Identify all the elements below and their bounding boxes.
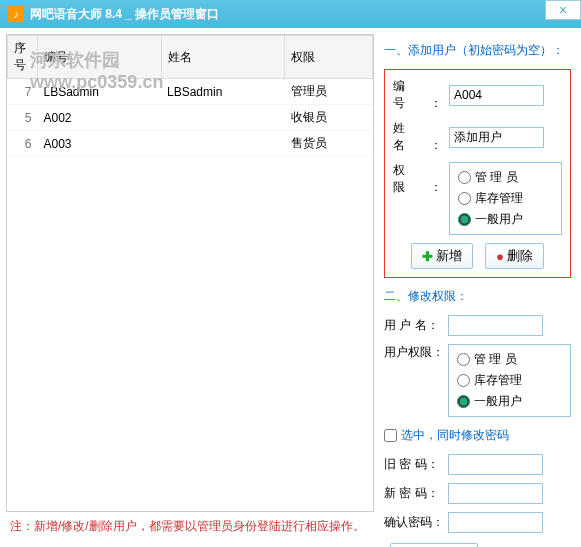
minus-icon: ● — [496, 249, 504, 264]
mod-box: 用 户 名： 用户权限： 管 理 员 库存管理 一般用户 — [384, 315, 571, 417]
add-role-group: 管 理 员 库存管理 一般用户 — [449, 162, 562, 235]
table-row[interactable]: 6A003售货员 — [8, 131, 373, 157]
col-id: 编号 — [38, 36, 162, 79]
change-pwd-checkbox[interactable] — [384, 429, 397, 442]
newpwd-input[interactable] — [448, 483, 543, 504]
table-row[interactable]: 7LBSadminLBSadmin管理员 — [8, 79, 373, 105]
col-role: 权限 — [285, 36, 373, 79]
add-title: 一、添加用户（初始密码为空）： — [384, 42, 571, 59]
role-label: 权 限： — [393, 162, 443, 196]
add-user-box: 编 号： 姓 名： 权 限： 管 理 员 库存管理 一般用户 ✚新增 ●删除 — [384, 69, 571, 278]
plus-icon: ✚ — [422, 249, 433, 264]
titlebar: ♪ 网吧语音大师 8.4 _ 操作员管理窗口 × — [0, 0, 581, 28]
col-seq: 序号 — [8, 36, 38, 79]
close-button[interactable]: × — [545, 0, 581, 20]
username-label: 用 户 名： — [384, 317, 444, 334]
col-name: 姓名 — [161, 36, 285, 79]
oldpwd-label: 旧 密 码： — [384, 456, 444, 473]
radio-stock-2[interactable]: 库存管理 — [457, 372, 562, 389]
radio-normal-2[interactable]: 一般用户 — [457, 393, 562, 410]
radio-normal[interactable]: 一般用户 — [458, 211, 553, 228]
username-input[interactable] — [448, 315, 543, 336]
mod-title: 二、修改权限： — [384, 288, 571, 305]
pwd-box: 旧 密 码： 新 密 码： 确认密码： — [384, 454, 571, 533]
id-input[interactable] — [449, 85, 544, 106]
table-row[interactable]: 5A002收银员 — [8, 105, 373, 131]
user-table[interactable]: 序号 编号 姓名 权限 7LBSadminLBSadmin管理员5A002收银员… — [6, 34, 374, 512]
app-icon: ♪ — [8, 6, 24, 22]
id-label: 编 号： — [393, 78, 443, 112]
confirm-button[interactable]: ✔确认修改 — [390, 543, 478, 547]
newpwd-label: 新 密 码： — [384, 485, 444, 502]
oldpwd-input[interactable] — [448, 454, 543, 475]
radio-stock[interactable]: 库存管理 — [458, 190, 553, 207]
mod-role-group: 管 理 员 库存管理 一般用户 — [448, 344, 571, 417]
cfmpwd-input[interactable] — [448, 512, 543, 533]
delete-button[interactable]: ●删除 — [485, 243, 544, 269]
userrole-label: 用户权限： — [384, 344, 444, 361]
change-pwd-label: 选中，同时修改密码 — [401, 427, 509, 444]
name-label: 姓 名： — [393, 120, 443, 154]
footer-note: 注：新增/修改/删除用户，都需要以管理员身份登陆进行相应操作。 — [6, 512, 374, 541]
window-title: 网吧语音大师 8.4 _ 操作员管理窗口 — [30, 6, 219, 23]
name-input[interactable] — [449, 127, 544, 148]
radio-admin[interactable]: 管 理 员 — [458, 169, 553, 186]
cfmpwd-label: 确认密码： — [384, 514, 444, 531]
radio-admin-2[interactable]: 管 理 员 — [457, 351, 562, 368]
add-button[interactable]: ✚新增 — [411, 243, 473, 269]
